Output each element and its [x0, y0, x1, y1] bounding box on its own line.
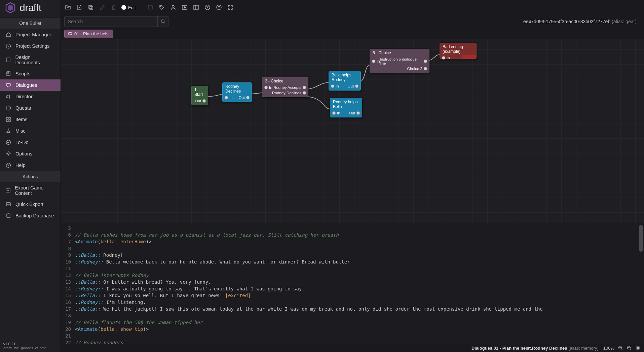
port-in[interactable] — [264, 86, 268, 89]
sidebar-item-scripts[interactable]: Scripts — [0, 68, 61, 79]
sidebar-item-project-settings[interactable]: Project Settings — [0, 40, 61, 52]
svg-rect-27 — [194, 5, 198, 9]
help-circle-icon-2[interactable] — [215, 4, 223, 11]
fit-icon[interactable] — [635, 345, 641, 351]
svg-rect-13 — [6, 120, 8, 121]
port-label: Out — [238, 96, 245, 100]
svg-point-41 — [636, 346, 640, 350]
port-out[interactable] — [202, 99, 206, 103]
path-text: Dialogues.01 - Plan the heist.Rodney Dec… — [471, 346, 567, 351]
node-rodney-declines[interactable]: Rodney Declines In Out — [222, 82, 252, 102]
project-header[interactable]: One Bullet — [0, 17, 61, 29]
check-circle-icon — [5, 139, 11, 145]
app-name: drafft — [20, 2, 41, 13]
action-quick-export[interactable]: Quick Export — [0, 199, 61, 210]
port-in[interactable] — [332, 111, 336, 115]
port-in[interactable] — [442, 56, 445, 60]
sidebar-item-label: Project Settings — [15, 43, 50, 49]
port-in[interactable] — [331, 84, 334, 88]
node-title: 1 - Start — [192, 86, 208, 98]
svg-point-25 — [172, 5, 174, 7]
sidebar-item-items[interactable]: Items — [0, 114, 61, 125]
port-label: In — [336, 84, 339, 88]
node-choice-6[interactable]: 6 - Choice In Instruction o dialogue lin… — [370, 49, 429, 73]
search-input[interactable] — [65, 19, 157, 24]
sidebar-item-label: Items — [15, 117, 27, 122]
megaphone-icon — [5, 94, 11, 100]
play-icon[interactable] — [181, 4, 188, 11]
code-content[interactable]: // Bella rushes home from her job as a p… — [73, 223, 644, 344]
toolbar-divider — [141, 4, 141, 11]
port-out[interactable] — [424, 60, 427, 63]
port-out[interactable] — [356, 111, 360, 115]
node-rodney-helps[interactable]: Rodney helps Bella In Out — [330, 98, 362, 117]
svg-rect-14 — [9, 120, 10, 121]
port-in[interactable] — [225, 96, 228, 99]
scrollbar-thumb[interactable] — [639, 225, 643, 252]
sidebar: drafft One Bullet Project Manager Projec… — [0, 0, 61, 352]
port-label: In — [447, 56, 450, 60]
new-file-icon[interactable] — [76, 4, 83, 11]
help-icon — [5, 162, 11, 168]
edit-icon[interactable] — [99, 4, 106, 11]
port-out[interactable] — [246, 96, 250, 99]
port-out[interactable] — [303, 86, 306, 89]
node-bad-ending[interactable]: Bad ending (example) In — [440, 43, 477, 59]
expand-icon[interactable] — [227, 4, 234, 11]
search-button[interactable] — [157, 16, 168, 27]
sidebar-item-project-manager[interactable]: Project Manager — [0, 29, 61, 40]
toggle-dot-icon — [121, 5, 126, 10]
user-icon[interactable] — [169, 4, 177, 11]
actions-header: Actions — [0, 171, 61, 182]
code-editor[interactable]: 5678910111213141516171819202122232425262… — [61, 223, 644, 344]
sidebar-item-label: Misc — [15, 128, 26, 134]
port-in[interactable] — [372, 60, 375, 63]
node-canvas[interactable]: 1 - Start Out Rodney Declines In Out 3 -… — [61, 39, 644, 223]
zoom-out-icon[interactable] — [618, 345, 623, 351]
uuid-text: ee47d093-1795-4f3b-ac00-33b02f7277eb — [523, 19, 610, 24]
node-bella-helps[interactable]: Bella helps Rodney In Out — [329, 71, 361, 91]
svg-rect-12 — [9, 117, 10, 119]
document-id: ee47d093-1795-4f3b-ac00-33b02f7277eb (al… — [523, 19, 641, 24]
port-label: Out — [195, 99, 201, 103]
new-folder-icon[interactable] — [64, 4, 72, 11]
node-start[interactable]: 1 - Start Out — [191, 86, 208, 105]
sidebar-item-quests[interactable]: Quests — [0, 102, 61, 114]
sidebar-item-options[interactable]: Options — [0, 148, 61, 160]
svg-point-16 — [8, 153, 9, 155]
edit-mode-toggle[interactable]: Edit — [121, 5, 136, 10]
dialogue-tab[interactable]: 01 - Plan the heist — [64, 30, 113, 38]
search-box — [64, 16, 168, 27]
sidebar-item-todo[interactable]: To-Do — [0, 137, 61, 148]
edit-label: Edit — [128, 5, 136, 10]
sidebar-item-design-documents[interactable]: Design Documents — [0, 52, 61, 68]
action-backup-database[interactable]: Backup Database — [0, 210, 61, 221]
action-export-game-content[interactable]: Export Game Content — [0, 182, 61, 199]
port-out[interactable] — [424, 67, 427, 70]
sidebar-item-help[interactable]: Help — [0, 160, 61, 171]
node-choice-3[interactable]: 3 - Choice In Rodney Accepts Rodney Decl… — [262, 77, 308, 97]
zoom-in-icon[interactable] — [627, 345, 632, 351]
project-slug: drafft_the_goddes_of_fate — [3, 346, 46, 350]
sidebar-item-dialogues[interactable]: Dialogues — [0, 79, 61, 91]
sidebar-item-director[interactable]: Director — [0, 91, 61, 102]
action-label: Backup Database — [15, 213, 54, 218]
copy-icon[interactable] — [87, 4, 94, 11]
port-label: Instruction o dialogue line — [380, 57, 423, 65]
rect-icon[interactable] — [147, 4, 154, 11]
export-icon — [5, 187, 11, 193]
port-out[interactable] — [355, 84, 358, 88]
tag-icon[interactable] — [158, 4, 165, 11]
help-circle-icon[interactable] — [204, 4, 211, 11]
sidebar-item-label: Design Documents — [15, 55, 55, 65]
port-out[interactable] — [303, 91, 306, 95]
node-title: Rodney Declines — [223, 83, 252, 95]
sidebar-item-label: Director — [15, 94, 33, 99]
port-label: In — [269, 85, 272, 90]
layout-icon[interactable] — [192, 4, 200, 11]
delete-icon[interactable] — [110, 4, 117, 11]
svg-marker-1 — [8, 5, 13, 11]
node-title: Bad ending (example) — [440, 43, 476, 55]
sidebar-item-misc[interactable]: Misc — [0, 125, 61, 137]
node-title: Rodney helps Bella — [330, 98, 362, 110]
